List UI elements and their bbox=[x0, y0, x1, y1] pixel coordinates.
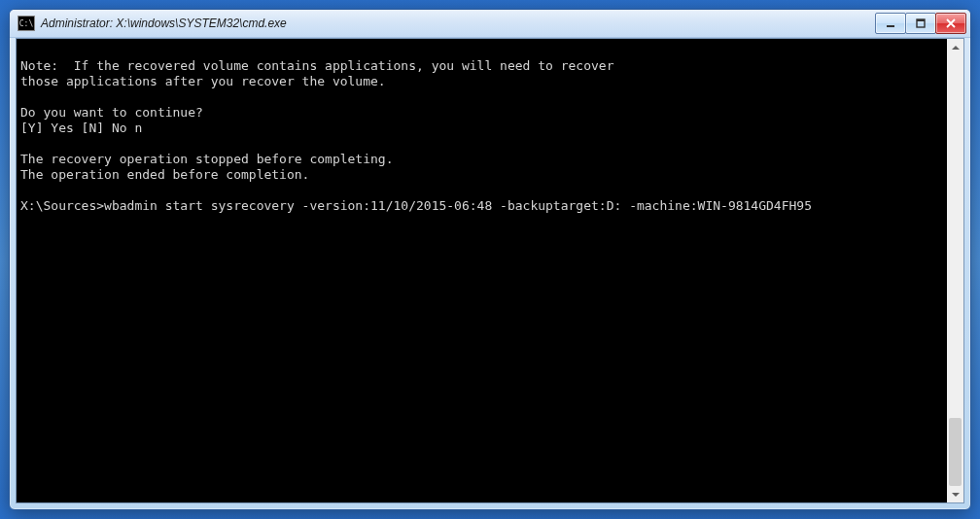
vertical-scrollbar[interactable] bbox=[947, 39, 963, 502]
console-line: [Y] Yes [N] No n bbox=[20, 121, 943, 136]
chevron-up-icon bbox=[952, 45, 960, 51]
scroll-thumb[interactable] bbox=[949, 418, 962, 486]
console-line: those applications after you recover the… bbox=[20, 74, 943, 89]
svg-rect-0 bbox=[887, 25, 894, 27]
content-area: Note: If the recovered volume contains a… bbox=[10, 38, 970, 509]
titlebar[interactable]: C:\ Administrator: X:\windows\SYSTEM32\c… bbox=[10, 10, 970, 38]
close-icon bbox=[945, 18, 957, 28]
scroll-track[interactable] bbox=[947, 55, 963, 486]
window-title: Administrator: X:\windows\SYSTEM32\cmd.e… bbox=[41, 17, 870, 30]
console-line: X:\Sources>wbadmin start sysrecovery -ve… bbox=[20, 198, 943, 214]
scroll-up-button[interactable] bbox=[947, 39, 963, 55]
minimize-button[interactable] bbox=[875, 13, 906, 34]
cmd-icon: C:\ bbox=[18, 16, 35, 31]
console-frame: Note: If the recovered volume contains a… bbox=[16, 38, 964, 503]
console-line bbox=[20, 183, 943, 198]
svg-rect-2 bbox=[917, 19, 925, 21]
chevron-down-icon bbox=[952, 492, 960, 498]
console-line bbox=[20, 43, 943, 58]
console-output[interactable]: Note: If the recovered volume contains a… bbox=[17, 39, 947, 502]
maximize-button[interactable] bbox=[905, 13, 936, 34]
command-prompt-window: C:\ Administrator: X:\windows\SYSTEM32\c… bbox=[9, 9, 971, 510]
console-line: Note: If the recovered volume contains a… bbox=[20, 58, 943, 74]
minimize-icon bbox=[885, 18, 896, 28]
console-line: The operation ended before completion. bbox=[20, 167, 943, 183]
window-controls bbox=[876, 13, 966, 34]
console-line bbox=[20, 136, 943, 152]
maximize-icon bbox=[915, 18, 927, 28]
console-line: The recovery operation stopped before co… bbox=[20, 152, 943, 167]
console-line: Do you want to continue? bbox=[20, 105, 943, 121]
scroll-down-button[interactable] bbox=[947, 486, 963, 502]
console-line bbox=[20, 89, 943, 105]
close-button[interactable] bbox=[935, 13, 966, 34]
